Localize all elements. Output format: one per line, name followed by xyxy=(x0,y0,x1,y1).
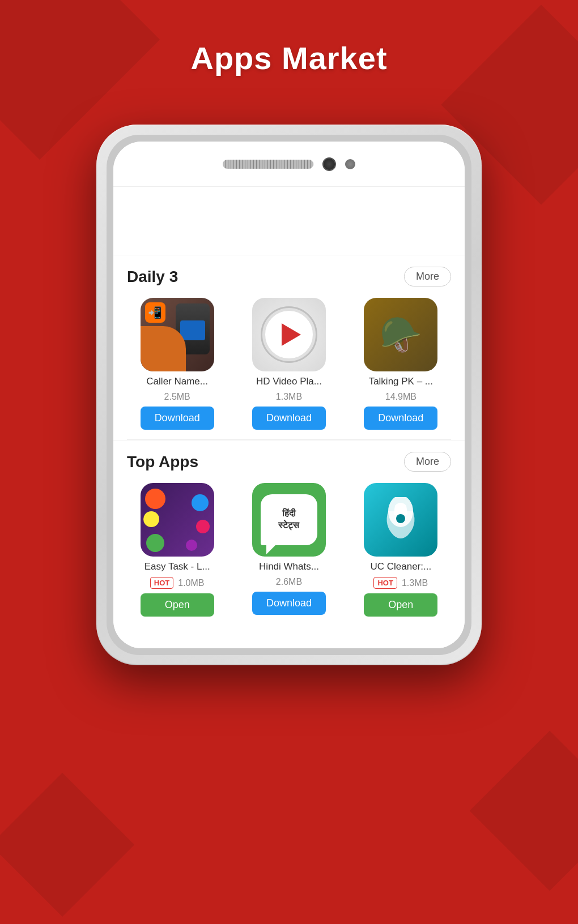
talking-app-icon: 🪖 xyxy=(364,298,437,371)
uc-size-row: HOT 1.3MB xyxy=(373,577,428,589)
bg-diamond-3 xyxy=(470,731,578,891)
hindi-app-name: Hindi Whats... xyxy=(259,561,319,572)
phone-content: Daily 3 More 📲 Caller xyxy=(113,187,465,648)
talking-face-emoji: 🪖 xyxy=(380,315,422,355)
easytask-dot-6 xyxy=(186,540,197,551)
hindi-download-button[interactable]: Download xyxy=(252,592,326,615)
video-app-size: 1.3MB xyxy=(276,392,302,402)
easytask-dot-4 xyxy=(192,494,209,511)
top-banner xyxy=(113,187,465,255)
top-apps-section: Top Apps More xyxy=(113,440,465,626)
phone-inner-shell: Daily 3 More 📲 Caller xyxy=(107,135,471,655)
hindi-chat-bubble: हिंदीस्टेट्स xyxy=(261,494,317,545)
top-section-header: Top Apps More xyxy=(127,452,451,472)
daily-apps-row: 📲 Caller Name... 2.5MB Download xyxy=(127,298,451,430)
easytask-size-row: HOT 1.0MB xyxy=(150,577,205,589)
camera-flash xyxy=(345,159,355,169)
hindi-app-icon: हिंदीस्टेट्स xyxy=(252,483,326,557)
app-item-video: HD Video Pla... 1.3MB Download xyxy=(239,298,339,430)
phone-screen: Daily 3 More 📲 Caller xyxy=(113,142,465,648)
talking-app-name: Talking PK – ... xyxy=(369,376,433,387)
phone-bottom-safe-area xyxy=(113,626,465,648)
front-camera xyxy=(322,157,336,171)
uc-hot-badge: HOT xyxy=(373,577,397,589)
easytask-hot-badge: HOT xyxy=(150,577,173,589)
video-play-circle xyxy=(261,306,317,363)
easytask-app-name: Easy Task - L... xyxy=(144,561,210,572)
easytask-dot-1 xyxy=(145,489,165,509)
easytask-dot-2 xyxy=(143,511,159,527)
app-item-easytask: Easy Task - L... HOT 1.0MB Open xyxy=(127,483,227,617)
top-apps-row: Easy Task - L... HOT 1.0MB Open xyxy=(127,483,451,617)
uc-app-name: UC Cleaner:... xyxy=(370,561,431,572)
caller-app-icon: 📲 xyxy=(141,298,214,371)
hindi-size-row: 2.6MB xyxy=(276,577,302,587)
video-download-button[interactable]: Download xyxy=(252,407,326,430)
phone-top-bar xyxy=(113,142,465,187)
uc-open-button[interactable]: Open xyxy=(364,593,437,617)
uc-logo-svg xyxy=(378,497,423,542)
top-section-title: Top Apps xyxy=(127,453,198,471)
daily-more-button[interactable]: More xyxy=(404,267,451,286)
easytask-dot-5 xyxy=(196,520,210,533)
app-item-talking: 🪖 Talking PK – ... 14.9MB Download xyxy=(351,298,451,430)
hindi-app-size: 2.6MB xyxy=(276,577,302,587)
caller-app-name: Caller Name... xyxy=(146,376,208,387)
video-ring xyxy=(261,306,317,363)
app-item-uc: UC Cleaner:... HOT 1.3MB Open xyxy=(351,483,451,617)
easytask-app-icon xyxy=(141,483,214,557)
bg-diamond-4 xyxy=(0,773,134,917)
talking-download-button[interactable]: Download xyxy=(364,407,437,430)
talking-app-size: 14.9MB xyxy=(385,392,416,402)
easytask-open-button[interactable]: Open xyxy=(141,593,214,617)
daily-section-title: Daily 3 xyxy=(127,268,178,286)
app-item-caller: 📲 Caller Name... 2.5MB Download xyxy=(127,298,227,430)
video-app-name: HD Video Pla... xyxy=(256,376,322,387)
video-app-icon xyxy=(252,298,326,371)
daily-section: Daily 3 More 📲 Caller xyxy=(113,255,465,439)
uc-app-size: 1.3MB xyxy=(402,578,428,588)
daily-section-header: Daily 3 More xyxy=(127,267,451,286)
top-more-button[interactable]: More xyxy=(404,452,451,472)
caller-download-button[interactable]: Download xyxy=(141,407,214,430)
easytask-app-size: 1.0MB xyxy=(178,578,204,588)
uc-app-icon xyxy=(364,483,437,557)
caller-app-size: 2.5MB xyxy=(164,392,190,402)
caller-overlay-icon: 📲 xyxy=(145,302,165,323)
page-title: Apps Market xyxy=(0,40,578,76)
phone-mockup: Daily 3 More 📲 Caller xyxy=(96,125,482,665)
speaker-grille xyxy=(223,160,313,169)
app-item-hindi: हिंदीस्टेट्स Hindi Whats... 2.6MB Downlo… xyxy=(239,483,339,617)
svg-point-1 xyxy=(396,514,405,523)
caller-hand-art xyxy=(141,326,186,371)
hindi-text: हिंदीस्टेट्स xyxy=(278,508,299,532)
phone-outer-shell: Daily 3 More 📲 Caller xyxy=(96,125,482,665)
easytask-dot-3 xyxy=(146,534,164,552)
